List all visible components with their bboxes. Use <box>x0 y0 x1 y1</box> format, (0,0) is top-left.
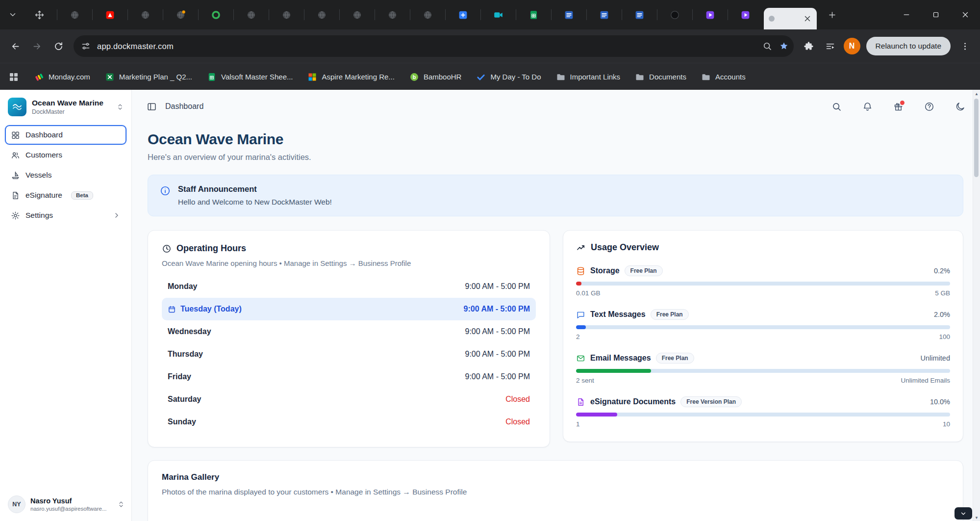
svg-text:b: b <box>413 74 416 79</box>
bookmark-item[interactable]: Aspire Marketing Re... <box>307 72 394 82</box>
gallery-subtitle: Photos of the marina displayed to your c… <box>162 488 949 496</box>
new-tab-button[interactable] <box>823 5 841 24</box>
tab-close-icon[interactable] <box>803 14 812 23</box>
address-bar[interactable]: app.dockmaster.com <box>74 35 794 57</box>
sidebar-item-customers[interactable]: Customers <box>5 145 126 165</box>
sidebar-item-settings[interactable]: Settings <box>5 206 126 225</box>
browser-tab[interactable] <box>410 0 445 29</box>
forward-button[interactable] <box>26 36 47 56</box>
active-tab-favicon-icon <box>769 16 775 22</box>
search-icon[interactable] <box>831 102 842 112</box>
browser-tab[interactable] <box>304 0 339 29</box>
browser-tab[interactable] <box>92 0 127 29</box>
bookmark-item[interactable]: Documents <box>635 72 686 82</box>
notifications-bell-icon[interactable] <box>862 102 873 112</box>
org-switcher[interactable]: Ocean Wave Marine DockMaster <box>0 90 131 121</box>
browser-tab[interactable] <box>516 0 551 29</box>
whats-new-gift-icon[interactable] <box>893 102 904 112</box>
usage-overview-card: Usage Overview StorageFree Plan0.2%0.01 … <box>563 230 963 442</box>
browser-tab[interactable] <box>127 0 163 29</box>
scrollbar-down-arrow[interactable]: ▼ <box>973 516 980 520</box>
bookmark-item[interactable]: Important Links <box>556 72 621 82</box>
sidebar-item-dashboard[interactable]: Dashboard <box>5 125 126 145</box>
customers-icon <box>11 151 20 160</box>
bookmark-item[interactable]: Monday.com <box>34 72 90 82</box>
browser-toolbar: app.dockmaster.com N Relaunch to update <box>0 29 980 63</box>
bookmark-label: Monday.com <box>49 73 90 81</box>
browser-tab[interactable] <box>22 0 57 29</box>
metric-used: 1 <box>576 420 580 428</box>
green-favicon-icon <box>211 10 221 20</box>
dark-mode-moon-icon[interactable] <box>955 102 965 112</box>
progress-fill <box>576 325 586 329</box>
profile-avatar[interactable]: N <box>844 38 860 54</box>
bookmark-item[interactable]: My Day - To Do <box>476 72 541 82</box>
sidebar-item-label: Dashboard <box>25 130 63 139</box>
user-name: Nasro Yusuf <box>30 497 112 505</box>
browser-menu-icon[interactable] <box>955 36 975 56</box>
operating-hours-row: SaturdayClosed <box>162 388 536 411</box>
help-icon[interactable] <box>924 102 934 112</box>
media-queue-icon[interactable] <box>820 36 841 56</box>
bookmark-item[interactable]: bBambooHR <box>409 72 462 82</box>
plan-badge: Free Plan <box>651 309 689 320</box>
unfold-icon <box>116 103 125 111</box>
bookmark-label: Accounts <box>715 73 746 81</box>
tab-search-button[interactable] <box>4 6 22 24</box>
browser-tab[interactable] <box>375 0 410 29</box>
bookmark-item[interactable]: Accounts <box>701 72 746 82</box>
browser-tab[interactable] <box>657 0 692 29</box>
usage-metric: Email MessagesFree PlanUnlimited2 sentUn… <box>576 353 950 384</box>
page-scrollbar[interactable]: ▲ ▼ <box>973 90 980 521</box>
user-menu[interactable]: NY Nasro Yusuf nasro.yusuf@aspiresoftwar… <box>0 489 131 521</box>
sidebar-toggle-icon[interactable] <box>147 102 157 112</box>
browser-tab[interactable] <box>198 0 233 29</box>
sidebar-item-esignature[interactable]: eSignatureBeta <box>5 185 126 205</box>
browser-tab[interactable] <box>163 0 198 29</box>
browser-tab[interactable] <box>551 0 586 29</box>
browser-tab[interactable] <box>445 0 480 29</box>
apps-grid-icon[interactable] <box>8 71 20 83</box>
play-favicon-icon <box>705 10 715 20</box>
browser-tab[interactable] <box>480 0 516 29</box>
bookmark-label: Marketing Plan _ Q2... <box>119 73 192 81</box>
operating-hours-list: Monday9:00 AM - 5:00 PMTuesday (Today)9:… <box>162 275 536 433</box>
scrollbar-up-arrow[interactable]: ▲ <box>973 90 980 98</box>
site-settings-icon[interactable] <box>81 41 91 51</box>
tab-strip <box>0 0 980 29</box>
globe-favicon-icon <box>423 10 433 20</box>
org-name: Ocean Wave Marine <box>32 99 110 107</box>
close-window-button[interactable] <box>951 0 980 29</box>
gsheets-favicon-icon <box>207 72 217 82</box>
plan-badge: Free Version Plan <box>680 396 742 407</box>
breadcrumb: Dashboard <box>165 102 203 111</box>
browser-tab[interactable] <box>728 0 763 29</box>
reload-button[interactable] <box>48 36 69 56</box>
browser-tab[interactable] <box>233 0 269 29</box>
browser-tab[interactable] <box>586 0 622 29</box>
browser-tab[interactable] <box>57 0 92 29</box>
word-favicon-icon <box>599 10 609 20</box>
active-tab[interactable] <box>764 8 817 29</box>
relaunch-to-update-button[interactable]: Relaunch to update <box>866 37 951 55</box>
browser-tab[interactable] <box>339 0 375 29</box>
msoffice-favicon-icon <box>307 72 317 82</box>
day-name: Tuesday (Today) <box>168 305 242 313</box>
sidebar-item-label: Customers <box>25 151 62 159</box>
minimize-button[interactable] <box>892 0 921 29</box>
bookmark-item[interactable]: Valsoft Master Shee... <box>207 72 293 82</box>
bookmark-star-icon[interactable] <box>779 41 789 51</box>
scrollbar-thumb[interactable] <box>974 99 979 177</box>
browser-tab[interactable] <box>692 0 728 29</box>
maximize-button[interactable] <box>921 0 951 29</box>
browser-tab[interactable] <box>622 0 657 29</box>
url-text[interactable]: app.dockmaster.com <box>97 42 174 51</box>
sidebar-item-vessels[interactable]: Vessels <box>5 165 126 185</box>
browser-tab[interactable] <box>269 0 304 29</box>
back-button[interactable] <box>5 36 25 56</box>
scroll-down-button[interactable] <box>955 507 972 520</box>
bookmark-item[interactable]: Marketing Plan _ Q2... <box>105 72 192 82</box>
extensions-icon[interactable] <box>799 36 819 56</box>
lens-search-icon[interactable] <box>762 41 772 51</box>
day-hours: 9:00 AM - 5:00 PM <box>464 305 530 313</box>
